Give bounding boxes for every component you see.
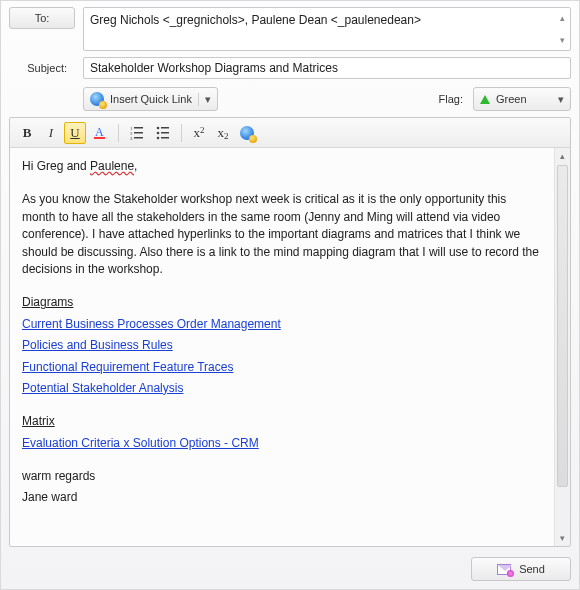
to-value: Greg Nichols <_gregnichols>, Paulene Dea…	[90, 13, 421, 27]
text-color-icon: A	[92, 125, 108, 141]
editor-scrollbar[interactable]: ▴ ▾	[554, 148, 570, 546]
bullet-list-icon	[155, 125, 171, 141]
svg-text:A: A	[95, 125, 104, 139]
sup-exp: 2	[200, 125, 205, 135]
chevron-down-icon: ▾	[198, 93, 211, 106]
editor-body: Hi Greg and Paulene, As you know the Sta…	[10, 148, 570, 546]
bullet-list-button[interactable]	[151, 122, 175, 144]
svg-rect-9	[161, 127, 169, 129]
message-body[interactable]: Hi Greg and Paulene, As you know the Sta…	[10, 148, 554, 546]
svg-rect-3	[134, 127, 143, 129]
text-color-button[interactable]: A	[88, 122, 112, 144]
greeting-misspelled: Paulene	[90, 159, 134, 173]
sub-exp: 2	[224, 131, 229, 141]
diagrams-heading: Diagrams	[22, 294, 73, 311]
flag-value: Green	[496, 93, 527, 105]
to-button[interactable]: To:	[9, 7, 75, 29]
subscript-button[interactable]: x2	[212, 122, 234, 144]
insert-quick-link-button[interactable]: Insert Quick Link ▾	[83, 87, 218, 111]
numbered-list-icon: 1 2 3	[129, 125, 145, 141]
toolbar-separator	[181, 124, 182, 142]
chevron-down-icon: ▾	[558, 93, 564, 106]
scroll-down-icon: ▾	[555, 530, 570, 546]
italic-button[interactable]: I	[40, 122, 62, 144]
svg-rect-5	[134, 132, 143, 134]
greeting-pre: Hi Greg and	[22, 159, 90, 173]
underline-button[interactable]: U	[64, 122, 86, 144]
diagram-link[interactable]: Policies and Business Rules	[22, 338, 173, 352]
scroll-down-icon: ▾	[556, 32, 568, 48]
globe-link-icon	[90, 92, 104, 106]
format-toolbar: B I U A 1 2 3	[10, 118, 570, 148]
subject-label: Subject:	[9, 57, 75, 79]
scroll-track[interactable]	[555, 164, 570, 530]
svg-point-8	[157, 126, 160, 129]
scroll-up-icon: ▴	[555, 148, 570, 164]
send-button[interactable]: Send	[471, 557, 571, 581]
matrix-heading: Matrix	[22, 413, 55, 430]
insert-hyperlink-button[interactable]	[236, 122, 258, 144]
signoff-line-1: warm regards	[22, 468, 542, 485]
to-field[interactable]: Greg Nichols <_gregnichols>, Paulene Dea…	[83, 7, 571, 51]
signoff-line-2: Jane ward	[22, 489, 542, 506]
flag-select[interactable]: Green ▾	[473, 87, 571, 111]
svg-point-12	[157, 136, 160, 139]
svg-rect-7	[134, 137, 143, 139]
compose-dialog: To: Greg Nichols <_gregnichols>, Paulene…	[0, 0, 580, 590]
superscript-button[interactable]: x2	[188, 122, 210, 144]
numbered-list-button[interactable]: 1 2 3	[125, 122, 149, 144]
svg-point-10	[157, 131, 160, 134]
insert-toolbar: Insert Quick Link ▾ Flag: Green ▾	[9, 87, 571, 111]
footer: Send	[9, 547, 571, 583]
subject-input[interactable]	[83, 57, 571, 79]
bold-button[interactable]: B	[16, 122, 38, 144]
scroll-up-icon: ▴	[556, 10, 568, 26]
envelope-icon	[497, 564, 511, 575]
flag-color-icon	[480, 95, 490, 104]
greeting-line: Hi Greg and Paulene,	[22, 158, 542, 175]
diagram-link[interactable]: Functional Requirement Feature Traces	[22, 360, 233, 374]
toolbar-separator	[118, 124, 119, 142]
body-paragraph-1: As you know the Stakeholder workshop nex…	[22, 191, 542, 278]
diagram-link[interactable]: Current Business Processes Order Managem…	[22, 317, 281, 331]
subject-row: Subject:	[9, 57, 571, 79]
to-field-scrollbar[interactable]: ▴ ▾	[556, 10, 568, 48]
globe-link-icon	[240, 126, 254, 140]
send-label: Send	[519, 563, 545, 575]
to-row: To: Greg Nichols <_gregnichols>, Paulene…	[9, 7, 571, 51]
matrix-link[interactable]: Evaluation Criteria x Solution Options -…	[22, 436, 259, 450]
insert-quick-link-label: Insert Quick Link	[110, 93, 192, 105]
diagram-link[interactable]: Potential Stakeholder Analysis	[22, 381, 183, 395]
scroll-thumb[interactable]	[557, 165, 568, 487]
editor-shell: B I U A 1 2 3	[9, 117, 571, 547]
svg-rect-13	[161, 137, 169, 139]
flag-label: Flag:	[439, 93, 463, 105]
greeting-post: ,	[134, 159, 137, 173]
svg-rect-1	[94, 137, 105, 139]
svg-rect-11	[161, 132, 169, 134]
svg-text:3: 3	[130, 136, 133, 141]
